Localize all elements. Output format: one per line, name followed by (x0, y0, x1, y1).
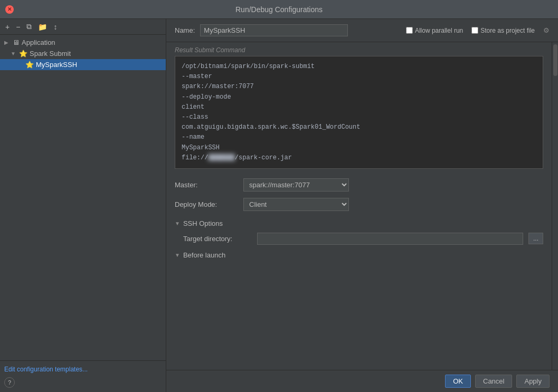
folder-config-button[interactable]: 📁 (36, 22, 49, 32)
command-jar-suffix: /spark-core.jar (235, 154, 292, 161)
target-dir-row: Target directory: ... (166, 230, 552, 248)
master-label: Master: (175, 181, 238, 189)
store-project-checkbox[interactable] (471, 27, 478, 34)
scrollbar-track[interactable] (552, 42, 558, 370)
result-command-label: Result Submit Command (166, 42, 552, 56)
command-line-2: --master (182, 72, 536, 82)
master-select[interactable]: spark://master:7077 local yarn (243, 178, 349, 192)
app-icon: 🖥 (13, 39, 20, 46)
remove-config-button[interactable]: − (14, 22, 22, 32)
store-project-label: Store as project file (480, 27, 535, 34)
application-label: Application (22, 39, 55, 46)
allow-parallel-item: Allow parallel run (406, 27, 463, 34)
ssh-options-label: SSH Options (183, 219, 223, 227)
sort-config-button[interactable]: ↕ (51, 22, 59, 32)
before-launch-label: Before launch (183, 251, 225, 259)
apply-button[interactable]: Apply (516, 375, 550, 388)
command-line-7: com.atguigu.bigdata.spark.wc.$Spark01_Wo… (182, 122, 536, 132)
help-button[interactable]: ? (4, 377, 15, 388)
config-icon: ⭐ (25, 61, 34, 69)
config-tree: ▶ 🖥 Application ▼ ⭐ Spark Submit ⭐ MySpa… (0, 35, 166, 360)
command-line-4: --deploy-mode (182, 92, 536, 102)
config-body: Result Submit Command /opt/bitnami/spark… (166, 42, 552, 370)
scrollbar-thumb (553, 44, 557, 76)
checkbox-group: Allow parallel run Store as project file… (406, 26, 550, 34)
ssh-options-header: ▼ SSH Options (166, 214, 552, 230)
spark-submit-label: Spark Submit (30, 50, 71, 58)
config-name-label: MySparkSSH (36, 61, 77, 69)
tree-item-application[interactable]: ▶ 🖥 Application (0, 37, 166, 48)
target-dir-label: Target directory: (183, 235, 252, 243)
command-file-prefix: file:// (182, 154, 208, 161)
command-line-3: spark://master:7077 (182, 82, 536, 92)
right-panel: Name: Allow parallel run Store as projec… (166, 19, 558, 392)
close-button[interactable]: ✕ (5, 5, 14, 14)
left-toolbar: + − ⧉ 📁 ↕ (0, 19, 166, 35)
before-launch-arrow-icon: ▼ (175, 252, 180, 258)
target-dir-input[interactable] (257, 233, 523, 245)
master-field-row: Master: spark://master:7077 local yarn (166, 175, 552, 195)
left-panel: + − ⧉ 📁 ↕ ▶ 🖥 Application ▼ ⭐ Spark Subm… (0, 19, 166, 392)
arrow-icon: ▼ (11, 51, 17, 56)
command-line-1: /opt/bitnami/spark/bin/spark-submit (182, 62, 536, 72)
tree-item-mysparkssh[interactable]: ⭐ MySparkSSH (0, 59, 166, 70)
config-header: Name: Allow parallel run Store as projec… (166, 19, 558, 42)
gear-icon[interactable]: ⚙ (543, 26, 550, 34)
deploy-mode-label: Deploy Mode: (175, 200, 238, 208)
command-line-6: --class (182, 112, 536, 122)
add-config-button[interactable]: + (3, 22, 12, 32)
result-command-area: /opt/bitnami/spark/bin/spark-submit --ma… (175, 56, 543, 169)
command-line-8: --name (182, 132, 536, 142)
main-content: + − ⧉ 📁 ↕ ▶ 🖥 Application ▼ ⭐ Spark Subm… (0, 19, 558, 392)
title-bar: ✕ Run/Debug Configurations (0, 0, 558, 19)
command-line-10: file://███████/spark-core.jar (182, 153, 536, 163)
command-line-5: client (182, 102, 536, 112)
footer: OK Cancel Apply (166, 370, 558, 392)
browse-button[interactable]: ... (528, 233, 543, 244)
cancel-button[interactable]: Cancel (475, 375, 512, 388)
copy-config-button[interactable]: ⧉ (24, 21, 34, 32)
store-project-item: Store as project file (471, 27, 535, 34)
spark-icon: ⭐ (19, 50, 27, 58)
edit-templates-link[interactable]: Edit configuration templates... (4, 366, 88, 373)
before-launch-section: ▼ Before launch (166, 248, 552, 262)
deploy-mode-field-row: Deploy Mode: Client Cluster (166, 195, 552, 214)
ssh-arrow-icon: ▼ (175, 221, 180, 226)
ok-button[interactable]: OK (445, 375, 471, 388)
allow-parallel-checkbox[interactable] (406, 27, 413, 34)
deploy-mode-select[interactable]: Client Cluster (243, 198, 349, 211)
arrow-icon: ▶ (4, 40, 11, 45)
window-title: Run/Debug Configurations (14, 5, 544, 14)
command-blurred: ███████ (208, 154, 234, 161)
tree-item-spark-submit[interactable]: ▼ ⭐ Spark Submit (0, 48, 166, 59)
allow-parallel-label: Allow parallel run (415, 27, 463, 34)
name-input[interactable] (200, 24, 348, 36)
name-label: Name: (175, 26, 195, 34)
left-panel-bottom: Edit configuration templates... ? (0, 360, 166, 392)
command-line-9: MySparkSSH (182, 143, 536, 153)
